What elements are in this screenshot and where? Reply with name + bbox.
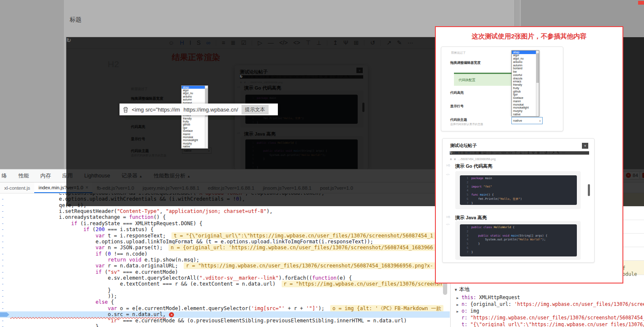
source-file-tab[interactable]: xl-content.js [0,183,34,193]
theme-dropdown-list[interactable]: abapalgolalgol_nuarduinoautumnborlandbwc… [511,50,539,117]
gutter-marker[interactable]: - [1,275,4,281]
code-token: , [160,208,166,214]
code-text: i.onreadystatechange = function() { [10,214,166,220]
gutter-marker[interactable]: - [1,287,4,293]
gutter-marker[interactable]: - [1,245,4,251]
gutter-marker[interactable]: - [1,318,4,324]
code-line: 1package main [462,177,577,181]
scope-variable[interactable]: ▶this: XMLHttpRequest [457,294,644,301]
line-number: 6 [462,246,468,251]
gutter-marker[interactable]: - [1,257,4,263]
gutter-marker[interactable]: - [1,226,4,232]
devtools-tab[interactable]: 络 [2,172,7,180]
scope-variable[interactable]: ▶o: img [457,308,644,314]
theme-option[interactable]: autumn [182,98,208,101]
code-text: var n = JSON.parse(t); [10,245,163,251]
code-token: public class [471,226,494,229]
code-token: ); [318,305,324,311]
code-line: - e.sv.element.querySelectorAll(".vditor… [0,275,450,281]
gutter-marker[interactable]: - [1,208,4,214]
java-code-panel: 1public class HelloWorld {2 3 public sta… [455,221,581,260]
code-token: '"]' [306,305,318,311]
redo-icon[interactable]: ↻ [450,151,589,155]
code-token: "{\"original_url\":\"https://img.wpbase.… [470,322,644,327]
code-highlight-label: 代码高亮 [450,90,464,95]
gutter-marker[interactable]: - [1,221,4,226]
theme-option[interactable]: manni [512,100,539,103]
java-code-block: 1public class HelloWorld {2 3 public sta… [460,224,577,256]
screenshot-settings: 前面说过了 拖拽调整编辑器宽度 代码块配置 代码高亮 显示行号 代码块主题 选择… [441,46,563,131]
gutter-marker[interactable]: - [1,196,4,202]
trash-icon[interactable] [123,106,128,113]
code-token: var [95,263,105,269]
code-token: ( [102,269,108,275]
code-token: i.onreadystatechange = [59,214,129,220]
line-number-label: 显示行号 [450,104,464,109]
error-icon: × [169,312,174,317]
code-token: "ir" [108,318,120,324]
code-line: - } [0,324,450,327]
devtools-tab[interactable]: 内存 [41,172,51,180]
theme-option[interactable]: lovelace [182,130,208,133]
modal-scrollbar[interactable] [588,184,590,196]
expand-spacer [457,322,462,327]
dropdown-scrollbar[interactable] [205,86,208,148]
code-line: - var t = i.responseText;t = "{\"origina… [0,233,450,239]
gutter-marker[interactable]: - [1,281,4,287]
theme-option[interactable]: native [182,145,208,148]
move-up-icon[interactable]: ∧ [450,157,452,161]
scope-section-header[interactable]: ▼本地 [454,286,470,293]
inline-eval-value: n = {original_url: 'https://img.wpbase.c… [168,244,435,251]
source-code-editor[interactable]: - e.options.upload.token && i.setRequest… [0,193,450,327]
code-line: - var r = n.data.originalURL;r = "https:… [0,263,450,269]
gutter-marker[interactable]: - [1,251,4,257]
theme-option[interactable]: native [512,113,539,116]
code-token: r = n.data.originalURL; [105,263,178,269]
devtools-tab[interactable]: 性能 [19,172,29,180]
code-token: fmt.Println( [471,197,499,201]
gutter-marker[interactable]: - [1,233,4,239]
editor-width-label: 拖拽调整编辑器宽度 [450,60,481,65]
link-input-left[interactable]: <img src="https://im [132,106,180,113]
code-token: public static void [471,234,511,237]
theme-select[interactable]: native ∨ [511,117,543,124]
gutter-marker[interactable]: - [1,324,4,327]
theme-dropdown-list[interactable]: abapalgolalgol_nuarduinoautumnborlandbwc… [181,85,208,149]
code-token: e.tip.show(n.msg); [141,257,199,263]
gutter-marker[interactable]: - [1,305,4,311]
dropdown-scrollbar-thumb[interactable] [536,53,539,83]
modal-close-button[interactable]: ∨ [582,143,588,149]
code-token: "fmt" [482,185,492,188]
scope-variables-list: ▶this: XMLHttpRequest▶n: {original_url: … [457,294,644,327]
theme-option[interactable]: colorful [512,74,539,77]
code-token: img [470,308,479,314]
scope-variable[interactable]: t: "{\"original_url\":\"https://img.wpba… [457,321,644,327]
code-token: 'img[src="' [251,305,285,311]
scope-variable[interactable]: r: "https://img.wpbase.cn/user_files/130… [457,314,644,321]
code-text: o.src = n.data.url, [10,311,166,317]
gutter-marker[interactable]: - [1,202,4,208]
code-token: n = JSON.parse(t); [105,245,163,251]
gutter-marker[interactable]: - [1,239,4,245]
go-code-block: 1package main2 3import "fmt"4 5func main… [460,175,577,205]
gutter-marker[interactable]: - [1,299,4,305]
link-input-url[interactable]: https://img.wpbase.cn/ [183,106,238,113]
theme-option[interactable]: arduino [512,60,539,64]
image-edit-row: ∧ ∨ …/56087454_1683966956.png [450,157,496,161]
tooltip-text-chip[interactable]: 提示文本 [242,105,269,114]
dropdown-scrollbar[interactable] [536,51,539,116]
code-line: - if (0 !== n.code) [0,251,450,257]
gutter-marker[interactable]: - [1,263,4,269]
line-number: 6 [462,197,468,202]
line-number: 4 [462,238,468,242]
line-number: 2 [462,181,468,185]
gutter-marker[interactable]: - [1,214,4,220]
move-down-icon[interactable]: ∨ [454,157,457,161]
gutter-marker[interactable]: - [1,269,4,275]
theme-option[interactable]: fruity [512,87,539,90]
gutter-marker[interactable]: - [1,293,4,299]
code-token: HelloWorld [494,226,511,229]
code-line: - e.options.upload.linkToImgFormat && (t… [0,239,450,245]
line-number: 1 [462,177,468,181]
scope-variable[interactable]: ▶n: {original_url: 'https://img.wpbase.c… [457,301,644,308]
